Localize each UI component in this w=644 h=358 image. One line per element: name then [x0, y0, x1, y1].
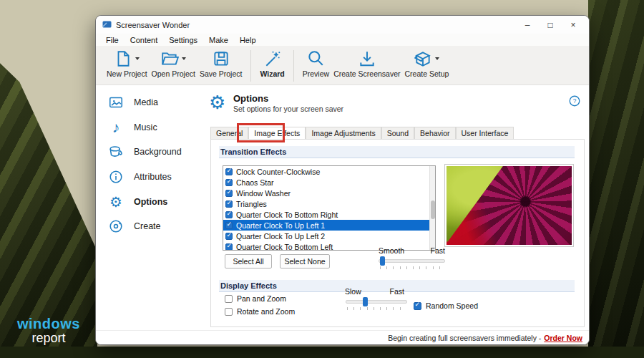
music-icon: ♪	[107, 119, 125, 136]
background-icon	[107, 144, 125, 160]
slider-thumb[interactable]	[380, 256, 385, 266]
tab-sound[interactable]: Sound	[381, 127, 414, 140]
select-all-button[interactable]: Select All	[225, 254, 272, 268]
slider-ticks	[380, 266, 444, 269]
sidebar-item-background[interactable]: Background	[96, 142, 203, 162]
app-icon	[102, 21, 112, 29]
select-none-button[interactable]: Select None	[280, 254, 330, 268]
chevron-down-icon[interactable]	[135, 57, 140, 60]
order-now-link[interactable]: Order Now	[544, 334, 582, 342]
logo-line2: report	[17, 332, 80, 345]
toolbar-separator	[250, 50, 251, 82]
slider-thumb[interactable]	[363, 297, 368, 306]
preview-button[interactable]: Preview	[303, 49, 329, 78]
scrollbar-thumb[interactable]	[431, 200, 435, 219]
chevron-down-icon[interactable]	[435, 57, 439, 60]
create-screensaver-button[interactable]: Create Screensaver	[333, 49, 400, 78]
display-slider-labels: Slow Fast	[345, 287, 404, 296]
sidebar-item-music[interactable]: ♪ Music	[96, 117, 203, 137]
menu-file[interactable]: File	[100, 36, 125, 44]
media-icon	[107, 95, 125, 110]
transition-effects-header: Transition Effects	[219, 146, 575, 158]
sidebar-item-create[interactable]: Create	[96, 216, 203, 236]
close-button[interactable]: ×	[562, 16, 585, 34]
checkbox-checked-icon[interactable]	[225, 233, 233, 240]
sidebar-item-attributes[interactable]: Attributes	[96, 167, 203, 187]
slider-ticks	[347, 307, 406, 310]
status-bar: Begin creating full screensavers immedia…	[96, 330, 589, 344]
checkbox-unchecked-icon[interactable]	[225, 295, 233, 303]
tab-user-interface[interactable]: User Interface	[456, 127, 514, 140]
transition-effects-list[interactable]: Clock Counter-Clockwise Chaos Star Windo…	[223, 165, 436, 251]
preview-icon	[306, 49, 325, 68]
checkbox-checked-icon[interactable]	[225, 200, 233, 208]
transition-preview-image	[444, 164, 574, 247]
list-item[interactable]: Triangles	[223, 198, 435, 209]
attributes-icon	[107, 169, 125, 185]
maximize-button[interactable]: □	[539, 16, 562, 34]
wizard-button[interactable]: Wizard	[260, 49, 284, 78]
menu-settings[interactable]: Settings	[163, 36, 203, 44]
save-project-icon	[212, 49, 230, 68]
checkbox-checked-icon[interactable]	[414, 302, 421, 310]
checkbox-unchecked-icon[interactable]	[225, 308, 233, 316]
page-title: Options	[233, 93, 268, 104]
wizard-icon	[263, 49, 282, 68]
wallpaper-ribbons-left	[0, 44, 97, 358]
checkbox-checked-icon[interactable]	[225, 211, 233, 218]
chevron-down-icon[interactable]	[182, 57, 186, 60]
flower-photo	[447, 166, 572, 245]
create-setup-button[interactable]: Create Setup	[405, 49, 449, 78]
options-icon: ⚙	[107, 193, 125, 211]
open-project-button[interactable]: Open Project	[152, 49, 195, 78]
new-project-icon	[114, 49, 132, 68]
random-speed-checkbox[interactable]: Random Speed	[414, 301, 478, 310]
title-bar[interactable]: Screensaver Wonder – □ ×	[96, 16, 589, 34]
checkbox-checked-icon[interactable]	[225, 168, 233, 175]
promo-text: Begin creating full screensavers immedia…	[388, 334, 541, 342]
svg-text:?: ?	[573, 98, 577, 105]
list-scrollbar[interactable]	[429, 166, 435, 250]
create-icon	[107, 218, 125, 234]
display-speed-slider[interactable]	[346, 300, 407, 304]
list-item[interactable]: Window Washer	[223, 188, 435, 198]
sidebar: Media ♪ Music Background Attributes ⚙ Op…	[96, 85, 203, 330]
app-window: Screensaver Wonder – □ × File Content Se…	[95, 15, 590, 345]
checkbox-checked-icon[interactable]	[225, 222, 233, 229]
checkbox-checked-icon[interactable]	[225, 179, 233, 186]
rotate-and-zoom-checkbox[interactable]: Rotate and Zoom	[225, 307, 295, 316]
sidebar-item-media[interactable]: Media	[96, 92, 203, 112]
menu-help[interactable]: Help	[234, 36, 262, 44]
menu-content[interactable]: Content	[125, 36, 164, 44]
list-item[interactable]: Chaos Star	[223, 177, 435, 188]
windows-report-logo: windows report	[17, 316, 80, 345]
tab-image-adjustments[interactable]: Image Adjustments	[306, 127, 381, 140]
menu-make[interactable]: Make	[203, 36, 234, 44]
create-screensaver-icon	[358, 49, 376, 68]
pan-and-zoom-checkbox[interactable]: Pan and Zoom	[225, 294, 286, 303]
checkbox-checked-icon[interactable]	[225, 190, 233, 197]
red-highlight-annotation	[237, 123, 285, 142]
minimize-button[interactable]: –	[516, 16, 539, 34]
window-title: Screensaver Wonder	[116, 21, 190, 29]
speed-slider-labels: Smooth Fast	[379, 246, 445, 255]
list-item[interactable]: Quarter Clock To Up Left 2	[223, 231, 435, 241]
page-subtitle: Set options for your screen saver	[233, 105, 343, 113]
sidebar-item-options[interactable]: ⚙ Options	[96, 192, 203, 212]
tab-behavior[interactable]: Behavior	[414, 127, 455, 140]
toolbar-separator	[293, 50, 294, 82]
image-effects-panel: Transition Effects Clock Counter-Clockwi…	[210, 139, 585, 327]
toolbar: New Project Open Project Save Project	[96, 46, 589, 85]
transition-speed-slider[interactable]	[379, 259, 445, 263]
help-icon[interactable]: ?	[568, 95, 581, 107]
wallpaper-ribbons-bottom	[0, 347, 644, 358]
save-project-button[interactable]: Save Project	[200, 49, 243, 78]
list-item[interactable]: Quarter Clock To Bottom Right	[223, 209, 435, 220]
new-project-button[interactable]: New Project	[107, 49, 147, 78]
create-setup-icon	[414, 49, 432, 68]
open-project-icon	[160, 49, 179, 68]
list-item-selected[interactable]: Quarter Clock To Up Left 1	[223, 220, 435, 231]
list-item[interactable]: Clock Counter-Clockwise	[223, 166, 435, 177]
checkbox-checked-icon[interactable]	[225, 243, 233, 251]
options-gear-icon: ⚙	[209, 92, 225, 114]
